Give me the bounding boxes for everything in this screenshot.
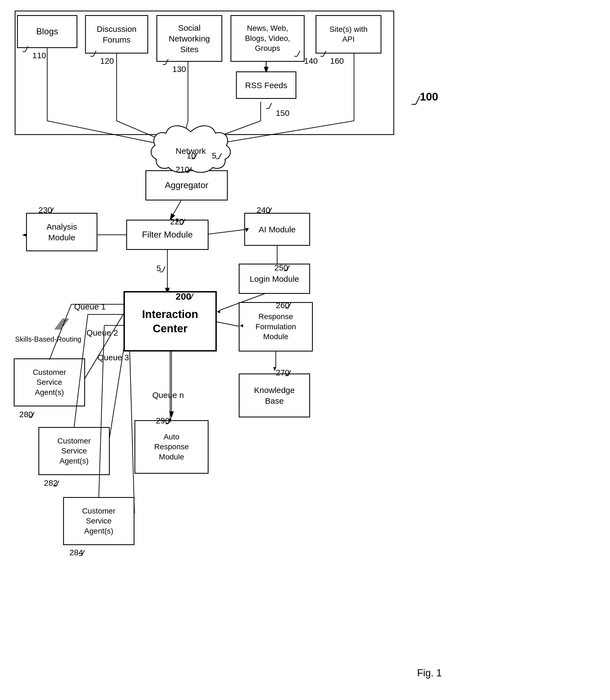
discussion-forums-box: DiscussionForums (85, 15, 148, 53)
svg-line-80 (55, 318, 63, 329)
svg-line-34 (297, 51, 300, 56)
bolt-220 (180, 219, 191, 230)
svg-line-56 (191, 293, 193, 299)
svg-line-62 (32, 412, 34, 417)
ai-module-box: AI Module (244, 213, 310, 246)
queue-1-label: Queue 1 (74, 302, 106, 311)
bolt-280 (29, 412, 40, 423)
customer-service-1-box: CustomerServiceAgent(s) (14, 358, 85, 406)
label-150: 150 (276, 108, 289, 118)
blogs-box: Blogs (17, 15, 77, 48)
bolt-140 (294, 51, 305, 62)
rss-feeds-box: RSS Feeds (236, 72, 296, 99)
svg-line-21 (214, 321, 241, 327)
svg-line-52 (287, 265, 289, 271)
queue-2-label: Queue 2 (86, 328, 118, 338)
bolt-5a (216, 153, 227, 164)
bolt-150 (266, 103, 277, 114)
svg-line-30 (93, 51, 96, 56)
customer-service-3-box: CustomerServiceAgent(s) (63, 497, 134, 545)
svg-line-83 (59, 318, 67, 329)
svg-marker-90 (217, 310, 220, 313)
svg-line-17 (203, 229, 247, 235)
bolt-290 (165, 418, 176, 429)
diagram: Blogs DiscussionForums SocialNetworkingS… (0, 0, 610, 700)
svg-line-40 (194, 153, 197, 159)
news-web-box: News, Web,Blogs, Video,Groups (230, 15, 305, 62)
svg-line-44 (189, 167, 192, 172)
bolt-250 (284, 265, 295, 276)
svg-line-66 (82, 550, 84, 556)
bolt-110 (22, 46, 33, 57)
bolt-10 (192, 153, 203, 164)
bolt-210 (186, 167, 197, 178)
svg-line-70 (416, 96, 420, 104)
queue-n-label: Queue n (152, 390, 184, 400)
bolt-200 (188, 293, 199, 304)
svg-line-32 (165, 59, 168, 64)
svg-line-64 (56, 481, 59, 486)
svg-marker-87 (22, 234, 26, 236)
svg-line-23 (83, 305, 129, 382)
skills-routing-label: Skills-Based-Routing (15, 335, 81, 344)
filter-module-box: Filter Module (126, 220, 209, 250)
label-160: 160 (330, 56, 344, 66)
svg-line-58 (288, 302, 291, 308)
interaction-center-box: InteractionCenter (124, 291, 217, 352)
fig-label: Fig. 1 (417, 667, 442, 679)
svg-line-68 (168, 418, 171, 424)
label-110: 110 (32, 51, 46, 60)
bolt-5b (160, 266, 171, 277)
queue-3-label: Queue 3 (97, 353, 129, 362)
label-120: 120 (100, 56, 114, 66)
svg-line-46 (182, 219, 185, 224)
bolt-130 (163, 59, 174, 70)
bolt-160 (321, 51, 332, 62)
svg-line-36 (323, 51, 326, 56)
svg-line-38 (269, 103, 272, 108)
svg-line-60 (288, 370, 291, 376)
svg-line-84 (60, 318, 69, 329)
svg-line-42 (219, 153, 222, 159)
svg-line-48 (51, 207, 53, 213)
bolt-260 (285, 302, 296, 314)
bolt-100 (412, 96, 427, 111)
bolt-240 (266, 207, 277, 219)
bolt-270 (285, 370, 296, 381)
svg-line-73 (49, 304, 71, 360)
analysis-module-box: AnalysisModule (26, 213, 97, 251)
customer-service-2-box: CustomerServiceAgent(s) (38, 427, 110, 475)
bolt-282 (53, 481, 64, 492)
svg-line-25 (129, 327, 134, 514)
bolt-120 (91, 51, 101, 62)
bolt-230 (48, 207, 59, 219)
svg-line-81 (56, 318, 64, 329)
svg-line-28 (25, 46, 28, 52)
svg-line-54 (162, 266, 165, 272)
knowledge-base-box: KnowledgeBase (239, 373, 310, 417)
social-networking-box: SocialNetworkingSites (156, 15, 222, 62)
label-130: 130 (172, 64, 186, 74)
svg-line-50 (269, 207, 272, 213)
svg-line-82 (58, 318, 66, 329)
sites-api-box: Site(s) withAPI (316, 15, 382, 53)
label-140: 140 (304, 56, 318, 66)
bolt-284 (79, 550, 90, 561)
